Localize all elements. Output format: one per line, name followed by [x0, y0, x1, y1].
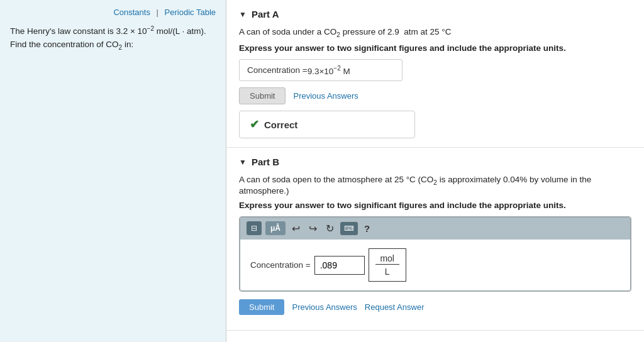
concentration-value-a: 9.3×10−2 M [308, 65, 350, 76]
part-a-action-row: Submit Previous Answers [239, 87, 631, 104]
refresh-icon: ↻ [326, 223, 334, 234]
previous-answers-link-b[interactable]: Previous Answers [292, 302, 357, 312]
part-a-collapse-icon[interactable]: ▼ [239, 10, 247, 19]
submit-button-b[interactable]: Submit [239, 299, 284, 315]
part-b-input-area: Concentration = mol L [240, 240, 631, 291]
unit-numerator: mol [380, 253, 394, 264]
undo-button[interactable]: ↩ [289, 221, 303, 236]
part-a-question: A can of soda under a CO2 pressure of 2.… [239, 27, 631, 38]
part-b-section: ▼ Part B A can of soda open to the atmos… [226, 148, 644, 331]
description-text: The Henry's law constant is 3.2 × 10−2 m… [10, 26, 206, 50]
request-answer-link[interactable]: Request Answer [365, 302, 425, 312]
correct-banner: ✔ Correct [239, 111, 415, 138]
correct-label: Correct [264, 119, 297, 130]
part-a-header: ▼ Part A [239, 9, 631, 19]
help-button[interactable]: ? [362, 222, 372, 235]
part-a-label: Part A [252, 9, 279, 19]
part-b-toolbar: ⊟ μÅ ↩ ↪ ↻ ⌨ ? [240, 217, 631, 240]
checkmark-icon: ✔ [250, 118, 259, 131]
part-a-answer-box: Concentration = 9.3×10−2 M [239, 59, 402, 82]
redo-button[interactable]: ↪ [306, 221, 319, 236]
part-b-instruction: Express your answer to two significant f… [239, 201, 631, 210]
keyboard-icon: ⌨ [344, 224, 354, 232]
redo-icon: ↪ [309, 223, 317, 234]
keyboard-button[interactable]: ⌨ [340, 222, 358, 235]
submit-button-a[interactable]: Submit [239, 87, 286, 104]
refresh-button[interactable]: ↻ [323, 221, 336, 236]
part-b-label: Part B [252, 157, 279, 167]
sidebar-links: Constants | Periodic Table [10, 8, 216, 17]
part-a-instruction: Express your answer to two significant f… [239, 43, 631, 53]
periodic-table-link[interactable]: Periodic Table [165, 8, 216, 17]
concentration-label-a: Concentration = [247, 65, 308, 75]
part-b-question: A can of soda open to the atmosphere at … [239, 175, 631, 196]
constants-link[interactable]: Constants [113, 8, 150, 17]
part-b-collapse-icon[interactable]: ▼ [239, 158, 247, 167]
unit-box-b: mol L [369, 248, 406, 282]
previous-answers-link-a[interactable]: Previous Answers [293, 91, 358, 101]
sidebar-description: The Henry's law constant is 3.2 × 10−2 m… [10, 23, 216, 53]
fraction-icon: ⊟ [251, 224, 257, 233]
part-b-action-row: Submit Previous Answers Request Answer [239, 299, 631, 315]
part-a-section: ▼ Part A A can of soda under a CO2 press… [226, 0, 644, 148]
undo-icon: ↩ [292, 223, 300, 234]
part-b-header: ▼ Part B [239, 157, 631, 167]
concentration-input-b[interactable] [314, 256, 365, 275]
fraction-button[interactable]: ⊟ [247, 221, 262, 235]
mu-button[interactable]: μÅ [265, 221, 286, 235]
sidebar: Constants | Periodic Table The Henry's l… [0, 0, 226, 342]
part-b-input-wrapper: ⊟ μÅ ↩ ↪ ↻ ⌨ ? Concentration = [239, 216, 631, 292]
unit-denominator: L [375, 264, 399, 277]
concentration-label-b: Concentration = [250, 260, 311, 270]
divider: | [157, 8, 158, 17]
main-content: ▼ Part A A can of soda under a CO2 press… [226, 0, 644, 342]
